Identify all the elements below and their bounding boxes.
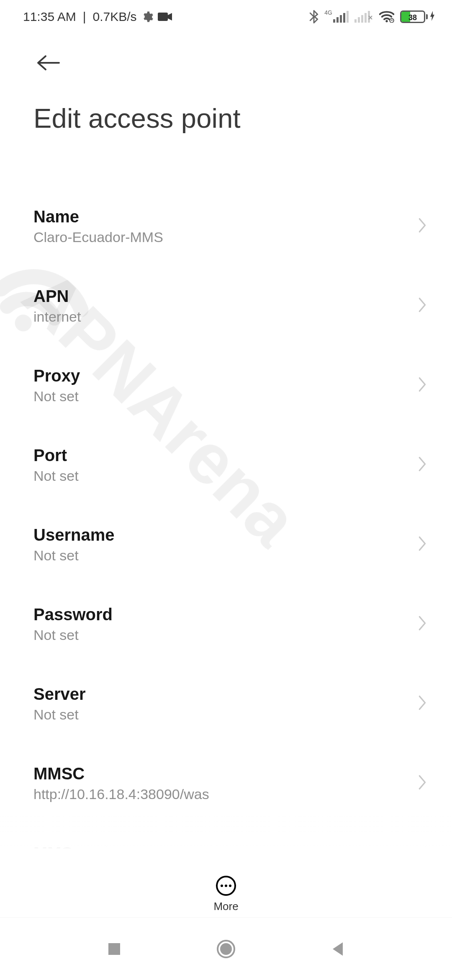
row-value: http://10.16.18.4:38090/was bbox=[33, 786, 209, 803]
triangle-left-icon bbox=[330, 941, 345, 957]
row-proxy[interactable]: Proxy Not set bbox=[0, 346, 452, 425]
row-value: Not set bbox=[33, 706, 86, 723]
nav-home-button[interactable] bbox=[201, 932, 251, 966]
status-left: 11:35 AM | 0.7KB/s bbox=[23, 10, 172, 24]
row-server[interactable]: Server Not set bbox=[0, 664, 452, 743]
chevron-right-icon bbox=[418, 377, 427, 394]
svg-point-4 bbox=[390, 18, 394, 23]
svg-point-7 bbox=[220, 943, 232, 955]
row-value: internet bbox=[33, 308, 81, 325]
row-value: Not set bbox=[33, 388, 80, 405]
chevron-right-icon bbox=[418, 456, 427, 474]
footer: More bbox=[0, 812, 452, 917]
chevron-right-icon bbox=[418, 536, 427, 553]
svg-rect-2 bbox=[158, 13, 168, 21]
camera-icon bbox=[158, 12, 172, 22]
status-separator: | bbox=[83, 10, 86, 24]
wifi-icon bbox=[379, 11, 394, 23]
nav-back-button[interactable] bbox=[313, 932, 363, 966]
row-port[interactable]: Port Not set bbox=[0, 425, 452, 505]
svg-point-3 bbox=[385, 20, 388, 22]
chevron-right-icon bbox=[418, 297, 427, 315]
chevron-right-icon bbox=[418, 615, 427, 633]
svg-rect-5 bbox=[108, 943, 120, 955]
row-name[interactable]: Name Claro-Ecuador-MMS bbox=[0, 186, 452, 266]
row-apn[interactable]: APN internet bbox=[0, 266, 452, 346]
signal-sim2-icon bbox=[354, 11, 373, 23]
gear-icon bbox=[141, 10, 154, 23]
nav-recents-button[interactable] bbox=[89, 932, 139, 966]
status-bar: 11:35 AM | 0.7KB/s 4G bbox=[0, 0, 452, 34]
square-icon bbox=[107, 941, 122, 957]
app-content: Edit access point Name Claro-Ecuador-MMS… bbox=[0, 34, 452, 917]
row-label: Name bbox=[33, 207, 163, 226]
row-label: Password bbox=[33, 605, 113, 624]
row-label: APN bbox=[33, 286, 81, 306]
row-password[interactable]: Password Not set bbox=[0, 584, 452, 664]
status-right: 4G 38 bbox=[309, 10, 435, 24]
chevron-right-icon bbox=[418, 774, 427, 792]
row-label: Server bbox=[33, 684, 86, 704]
chevron-right-icon bbox=[418, 695, 427, 712]
more-label: More bbox=[213, 900, 238, 913]
row-value: Claro-Ecuador-MMS bbox=[33, 229, 163, 246]
chevron-right-icon bbox=[418, 217, 427, 235]
nav-bar bbox=[0, 917, 452, 980]
page-title: Edit access point bbox=[0, 77, 452, 134]
status-data-rate: 0.7KB/s bbox=[93, 10, 137, 24]
row-mmsc[interactable]: MMSC http://10.16.18.4:38090/was bbox=[0, 743, 452, 823]
arrow-left-icon bbox=[35, 54, 62, 71]
row-value: Not set bbox=[33, 467, 79, 485]
more-icon bbox=[216, 876, 236, 896]
signal-sim1-icon: 4G bbox=[324, 11, 349, 23]
settings-list: Name Claro-Ecuador-MMS APN internet Prox… bbox=[0, 186, 452, 903]
row-value: Not set bbox=[33, 627, 113, 644]
bluetooth-icon bbox=[309, 10, 318, 23]
row-label: Port bbox=[33, 446, 79, 465]
row-label: MMSC bbox=[33, 764, 209, 783]
row-value: Not set bbox=[33, 547, 114, 564]
row-username[interactable]: Username Not set bbox=[0, 505, 452, 584]
circle-icon bbox=[216, 939, 236, 959]
row-label: Username bbox=[33, 525, 114, 544]
more-button[interactable]: More bbox=[213, 876, 238, 913]
row-label: Proxy bbox=[33, 366, 80, 385]
status-time: 11:35 AM bbox=[23, 10, 76, 24]
back-button[interactable] bbox=[33, 48, 63, 77]
battery-icon: 38 bbox=[400, 10, 435, 24]
